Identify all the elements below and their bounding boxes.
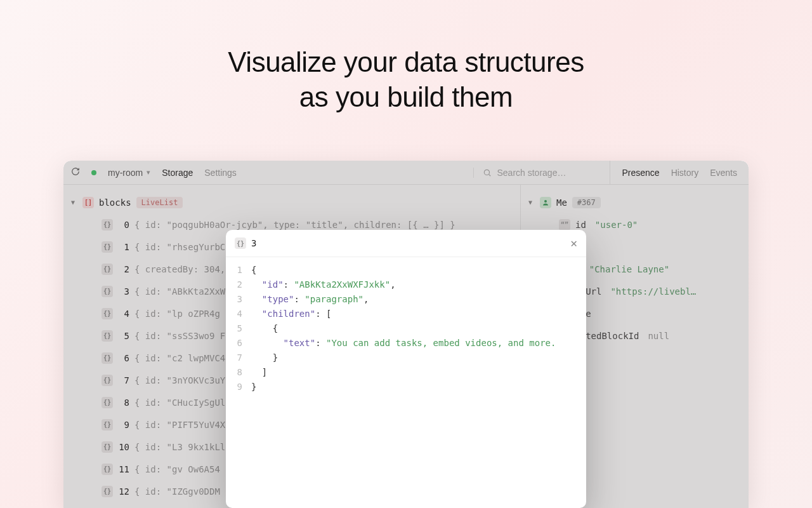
line-number: 4	[226, 309, 251, 319]
code-line: 6 "text": "You can add tasks, embed vide…	[226, 335, 586, 350]
modal-title: 3	[251, 238, 256, 248]
line-number: 5	[226, 323, 251, 333]
line-number: 8	[226, 367, 251, 377]
code-line: 2 "id": "ABkKta2XxWXFJxkk",	[226, 277, 586, 291]
object-icon: {}	[235, 237, 246, 249]
line-number: 3	[226, 294, 251, 304]
code-line: 7 }	[226, 350, 586, 364]
modal-code-body: 1{2 "id": "ABkKta2XxWXFJxkk",3 "type": "…	[226, 257, 586, 399]
code-line: 3 "type": "paragraph",	[226, 291, 586, 306]
json-detail-modal: {} 3 ✕ 1{2 "id": "ABkKta2XxWXFJxkk",3 "t…	[226, 230, 586, 508]
close-icon[interactable]: ✕	[570, 237, 577, 249]
line-number: 1	[226, 265, 251, 275]
code-line: 9}	[226, 379, 586, 394]
line-number: 7	[226, 352, 251, 363]
code-line: 1{	[226, 262, 586, 277]
headline-line-2: as you build them	[0, 79, 812, 114]
line-number: 6	[226, 338, 251, 348]
code-line: 8 ]	[226, 364, 586, 379]
code-line: 4 "children": [	[226, 306, 586, 321]
line-number: 2	[226, 279, 251, 290]
line-number: 9	[226, 382, 251, 392]
headline-line-1: Visualize your data structures	[0, 44, 812, 79]
page-headline: Visualize your data structures as you bu…	[0, 0, 812, 114]
modal-header: {} 3 ✕	[226, 230, 586, 257]
code-line: 5 {	[226, 321, 586, 335]
